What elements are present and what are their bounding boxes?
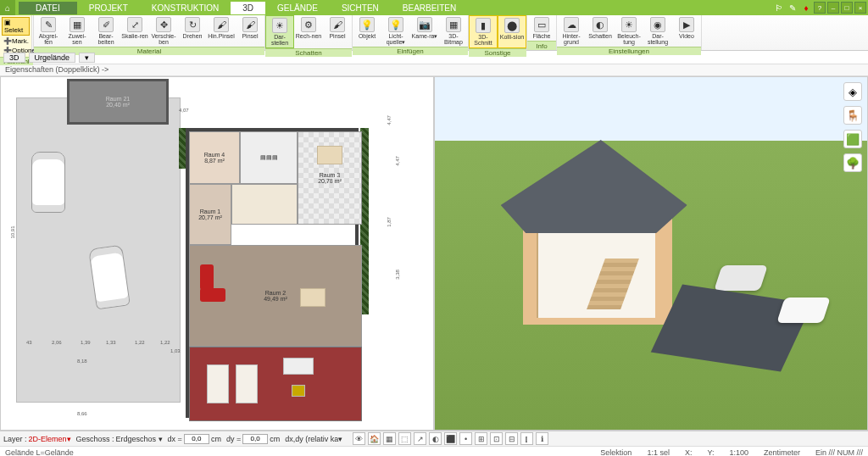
menu-tab-3d[interactable]: 3D bbox=[231, 2, 265, 14]
dy-unit: cm bbox=[270, 435, 280, 443]
ribbon-icon: 💡 bbox=[388, 17, 403, 32]
geschoss-select[interactable]: Erdgeschos ▾ bbox=[116, 435, 163, 443]
ribbon-mark-button[interactable]: ➕Mark. bbox=[2, 36, 30, 46]
menu-tab-konstruktion[interactable]: KONSTRUKTION bbox=[140, 2, 231, 14]
close-button[interactable]: × bbox=[854, 2, 866, 14]
status-unit: Zentimeter bbox=[764, 448, 800, 457]
ribbon-btn-bear-beiten[interactable]: ✐Bear-beiten bbox=[92, 15, 120, 47]
armchair bbox=[292, 385, 305, 397]
ribbon-btn-label: Schatten bbox=[588, 33, 612, 39]
ribbon-btn-hinter-grund[interactable]: ☁Hinter-grund bbox=[557, 15, 586, 47]
main-split: Raum 2120,40 m² Raum 48,87 m² ▤▤▤ Raum 3… bbox=[0, 76, 868, 431]
v3tool-layers-icon[interactable]: ◈ bbox=[843, 82, 862, 101]
menu-tab-datei[interactable]: DATEI bbox=[19, 2, 77, 14]
breadcrumb-3d[interactable]: 3D bbox=[3, 53, 25, 63]
table-2 bbox=[300, 288, 326, 307]
ribbon-btn-label: Video bbox=[679, 33, 694, 39]
ribbon-icon: ▭ bbox=[534, 17, 549, 32]
bottom-icon-10[interactable]: ⊟ bbox=[505, 432, 518, 445]
bottom-icon-3[interactable]: ⬚ bbox=[398, 432, 411, 445]
pencil-icon[interactable]: ✎ bbox=[787, 2, 798, 14]
bottom-icon-7[interactable]: • bbox=[459, 432, 472, 445]
ribbon-btn-3d-schnitt[interactable]: ▮3D-Schnitt bbox=[469, 15, 498, 48]
ribbon-icon: ⤢ bbox=[127, 17, 142, 32]
v3tool-ground-icon[interactable]: 🟩 bbox=[843, 130, 862, 148]
dx-input[interactable] bbox=[184, 434, 209, 444]
app-icon[interactable]: ⌂ bbox=[0, 0, 15, 15]
ribbon-btn-hin-pinsel[interactable]: 🖌Hin.Pinsel bbox=[207, 15, 236, 47]
minimize-button[interactable]: – bbox=[827, 2, 839, 14]
ribbon-btn-video[interactable]: ▶Video bbox=[672, 15, 701, 47]
ribbon-icon: ✐ bbox=[98, 17, 114, 32]
ribbon-btn-kame-ra-[interactable]: 📷Kame-ra▾ bbox=[410, 15, 439, 47]
ribbon-btn-pinsel[interactable]: 🖌Pinsel bbox=[236, 15, 264, 47]
bottom-icon-6[interactable]: ⬛ bbox=[444, 432, 457, 445]
layer-select[interactable]: 2D-Elemen▾ bbox=[29, 435, 71, 443]
menu-tab-bearbeiten[interactable]: BEARBEITEN bbox=[391, 2, 468, 14]
ribbon-btn-beleuch-tung[interactable]: ☀Beleuch-tung bbox=[615, 15, 643, 47]
v3tool-furniture-icon[interactable]: 🪑 bbox=[843, 106, 862, 125]
breadcrumb-urgelaende[interactable]: Urgelände bbox=[29, 53, 76, 63]
flag-de-icon[interactable]: 🏳 bbox=[773, 2, 785, 14]
ribbon-icon: 💡 bbox=[359, 17, 375, 32]
ribbon-btn-abgrei-fen[interactable]: ✎Abgrei-fen bbox=[34, 15, 63, 47]
car-3d-1 bbox=[714, 265, 768, 291]
breadcrumb-dropdown[interactable]: ▾ bbox=[79, 53, 95, 63]
bottom-icon-11[interactable]: ⫿ bbox=[520, 432, 533, 445]
ribbon-select-button[interactable]: ▣ Selekt bbox=[2, 17, 30, 36]
plan-2d-viewport[interactable]: Raum 2120,40 m² Raum 48,87 m² ▤▤▤ Raum 3… bbox=[0, 76, 434, 431]
bottom-icon-1[interactable]: 🏠 bbox=[368, 432, 381, 445]
ribbon-btn-objekt[interactable]: 💡Objekt bbox=[353, 15, 381, 47]
maximize-button[interactable]: □ bbox=[841, 2, 853, 14]
ribbon-btn-dar-stellen[interactable]: ☀Dar-stellen bbox=[265, 15, 294, 48]
ribbon-btn-fl-che[interactable]: ▭Fläche bbox=[527, 15, 556, 41]
menu-tab-projekt[interactable]: PROJEKT bbox=[77, 2, 140, 14]
ribbon-btn-label: Drehen bbox=[183, 33, 203, 39]
bottom-icon-12[interactable]: ℹ bbox=[536, 432, 548, 445]
menu-tab-gelaende[interactable]: GELÄNDE bbox=[265, 2, 330, 14]
bottom-icon-5[interactable]: ◐ bbox=[429, 432, 442, 445]
ribbon-btn-dar-stellung[interactable]: ◉Dar-stellung bbox=[643, 15, 672, 47]
dim-right-4: 3,38 bbox=[395, 270, 400, 280]
bottom-icon-2[interactable]: ▦ bbox=[383, 432, 396, 445]
ribbon-btn-skalie-ren[interactable]: ⤢Skalie-ren bbox=[120, 15, 149, 47]
bottom-icon-4[interactable]: ↗ bbox=[414, 432, 426, 445]
ribbon-btn-label: Hin.Pinsel bbox=[208, 33, 235, 39]
ribbon-btn-schatten[interactable]: ◐Schatten bbox=[586, 15, 615, 47]
dy-input[interactable] bbox=[242, 434, 268, 444]
ribbon-btn-label: Bear-beiten bbox=[92, 33, 120, 45]
car-symbol-1 bbox=[31, 152, 65, 213]
ribbon-btn-licht-quelle-[interactable]: 💡Licht-quelle▾ bbox=[381, 15, 410, 47]
ribbon-icon: ⚙ bbox=[301, 17, 316, 32]
coord-mode-select[interactable]: dx,dy (relativ ka▾ bbox=[285, 435, 342, 443]
ribbon-icon: ☀ bbox=[272, 18, 287, 33]
ribbon-btn-label: Verschie-ben bbox=[150, 33, 177, 45]
view-3d-viewport[interactable]: ◈ 🪑 🟩 🌳 bbox=[434, 76, 868, 431]
ribbon-btn-drehen[interactable]: ↻Drehen bbox=[178, 15, 207, 47]
ribbon-btn-verschie-ben[interactable]: ✥Verschie-ben bbox=[149, 15, 178, 47]
dx-label: dx = bbox=[168, 435, 182, 443]
ribbon-btn-kolli-sion[interactable]: ⬤Kolli-sion bbox=[498, 15, 526, 48]
ribbon-icon: 🖌 bbox=[330, 17, 345, 32]
v3tool-tree-icon[interactable]: 🌳 bbox=[843, 153, 862, 172]
bottom-icon-9[interactable]: ⊡ bbox=[490, 432, 503, 445]
ribbon-btn-rech-nen[interactable]: ⚙Rech-nen bbox=[294, 15, 323, 48]
help-icon[interactable]: ♦ bbox=[800, 2, 812, 14]
ribbon-btn-label: Dar-stellen bbox=[267, 34, 292, 46]
status-scale2: 1:100 bbox=[729, 448, 748, 457]
bottom-icon-0[interactable]: 👁 bbox=[353, 432, 365, 445]
room-4: Raum 48,87 m² bbox=[189, 131, 240, 184]
ribbon-group-schatten: Schatten bbox=[265, 48, 352, 57]
ribbon-btn-3d-bitmap[interactable]: ▦3D-Bitmap bbox=[439, 15, 468, 47]
dim-b2: 1,39 bbox=[81, 340, 91, 345]
dim-b7: 8,66 bbox=[77, 411, 87, 416]
ribbon-btn-pinsel[interactable]: 🖌Pinsel bbox=[323, 15, 352, 48]
menu-tab-sichten[interactable]: SICHTEN bbox=[330, 2, 391, 14]
bed-1 bbox=[207, 364, 229, 403]
ribbon-btn-zuwei-sen[interactable]: ▦Zuwei-sen bbox=[63, 15, 92, 47]
ribbon-group-sonstige: Sonstige bbox=[469, 48, 526, 57]
ribbon-btn-label: Zuwei-sen bbox=[64, 33, 91, 45]
help-button[interactable]: ? bbox=[814, 2, 826, 14]
bottom-icon-8[interactable]: ⊞ bbox=[475, 432, 487, 445]
ribbon-icon: ↻ bbox=[185, 17, 200, 32]
